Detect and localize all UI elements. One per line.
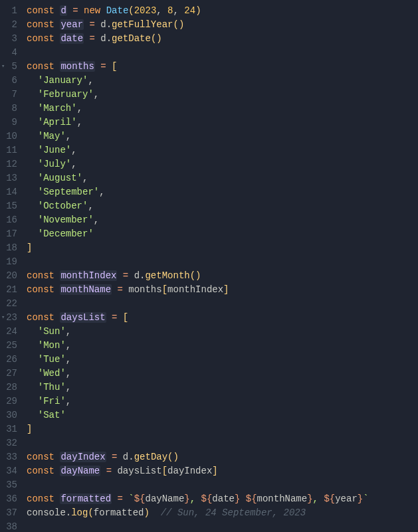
code-line <box>27 478 418 492</box>
code-line: const monthIndex = d.getMonth() <box>27 269 418 283</box>
line-number: 33 <box>3 450 17 464</box>
line-number: 30 <box>3 408 17 422</box>
code-line: 'Thu', <box>27 381 418 395</box>
var-daysList: daysList <box>60 312 106 323</box>
code-line: 'July', <box>27 157 418 171</box>
code-line: 'Wed', <box>27 367 418 381</box>
code-line: 'December' <box>27 227 418 241</box>
line-number: 15 <box>3 199 17 213</box>
code-line: 'February', <box>27 88 418 102</box>
var-year: year <box>60 19 84 30</box>
line-number: 1 <box>3 4 17 18</box>
code-line: 'Tue', <box>27 353 418 367</box>
code-line: const d = new Date(2023, 8, 24) <box>27 4 418 18</box>
line-number: 22 <box>3 297 17 311</box>
line-number: 34 <box>3 464 17 478</box>
line-number: 25 <box>3 339 17 353</box>
code-line: 'October', <box>27 199 418 213</box>
var-formatted: formatted <box>60 493 112 504</box>
code-line: const months = [ <box>27 60 418 74</box>
code-line: 'April', <box>27 116 418 130</box>
line-number: 23▾ <box>3 311 17 325</box>
fold-icon[interactable]: ▾ <box>1 60 5 74</box>
code-line: console.log(formatted) // Sun, 24 Septem… <box>27 506 418 520</box>
code-line <box>27 297 418 311</box>
code-line <box>27 436 418 450</box>
line-number: 14 <box>3 185 17 199</box>
var-monthName: monthName <box>60 284 112 295</box>
code-line: 'January', <box>27 74 418 88</box>
code-line: 'Mon', <box>27 339 418 353</box>
code-line <box>27 46 418 60</box>
code-line: const date = d.getDate() <box>27 32 418 46</box>
line-number: 7 <box>3 88 17 102</box>
comment: // Sun, 24 September, 2023 <box>161 507 306 518</box>
code-line: 'November', <box>27 213 418 227</box>
var-date: date <box>60 33 84 44</box>
line-number: 29 <box>3 395 17 408</box>
code-line: 'May', <box>27 130 418 143</box>
line-number: 38 <box>3 520 17 532</box>
code-line: 'Fri', <box>27 395 418 408</box>
code-area[interactable]: const d = new Date(2023, 8, 24) const ye… <box>23 0 418 532</box>
line-number: 4 <box>3 46 17 60</box>
line-number: 6 <box>3 74 17 88</box>
line-number: 35 <box>3 478 17 492</box>
line-number: 28 <box>3 381 17 395</box>
code-line: 'September', <box>27 185 418 199</box>
code-line: const formatted = `${dayName}, ${date} $… <box>27 492 418 506</box>
line-number: 17 <box>3 227 17 241</box>
line-number: 19 <box>3 255 17 269</box>
code-line: 'Sun', <box>27 325 418 339</box>
code-line: ] <box>27 241 418 255</box>
code-line: const dayName = daysList[dayIndex] <box>27 464 418 478</box>
line-number: 26 <box>3 353 17 367</box>
var-monthIndex: monthIndex <box>60 270 117 281</box>
code-line: 'June', <box>27 143 418 157</box>
line-number: 8 <box>3 102 17 116</box>
line-number: 20 <box>3 269 17 283</box>
code-line: 'Sat' <box>27 408 418 422</box>
code-editor[interactable]: 12345▾67891011121314151617181920212223▾2… <box>0 0 418 532</box>
code-line: ] <box>27 422 418 436</box>
line-number: 31 <box>3 422 17 436</box>
line-number: 27 <box>3 367 17 381</box>
line-number: 32 <box>3 436 17 450</box>
var-dayName: dayName <box>60 466 100 476</box>
code-line: 'August', <box>27 171 418 185</box>
var-d: d <box>60 5 66 16</box>
code-line <box>27 255 418 269</box>
line-number: 11 <box>3 143 17 157</box>
fold-icon[interactable]: ▾ <box>1 311 5 325</box>
line-number: 37 <box>3 506 17 520</box>
line-number: 10 <box>3 130 17 143</box>
line-number: 2 <box>3 18 17 32</box>
line-number: 16 <box>3 213 17 227</box>
line-number: 3 <box>3 32 17 46</box>
line-number: 12 <box>3 157 17 171</box>
code-line: const dayIndex = d.getDay() <box>27 450 418 464</box>
code-line: 'March', <box>27 102 418 116</box>
line-number: 21 <box>3 283 17 297</box>
line-number: 24 <box>3 325 17 339</box>
var-months: months <box>60 61 94 72</box>
line-number: 36 <box>3 492 17 506</box>
code-line: const daysList = [ <box>27 311 418 325</box>
code-line <box>27 520 418 532</box>
line-gutter: 12345▾67891011121314151617181920212223▾2… <box>0 0 23 532</box>
line-number: 18 <box>3 241 17 255</box>
line-number: 5▾ <box>3 60 17 74</box>
line-number: 13 <box>3 171 17 185</box>
code-line: const monthName = months[monthIndex] <box>27 283 418 297</box>
line-number: 9 <box>3 116 17 130</box>
code-line: const year = d.getFullYear() <box>27 18 418 32</box>
var-dayIndex: dayIndex <box>60 452 106 462</box>
